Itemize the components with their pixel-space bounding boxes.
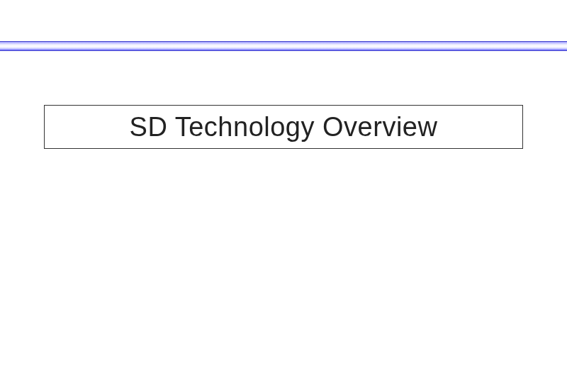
title-container: SD Technology Overview (44, 105, 523, 149)
slide-title: SD Technology Overview (130, 112, 438, 142)
decorative-top-bar (0, 41, 567, 51)
